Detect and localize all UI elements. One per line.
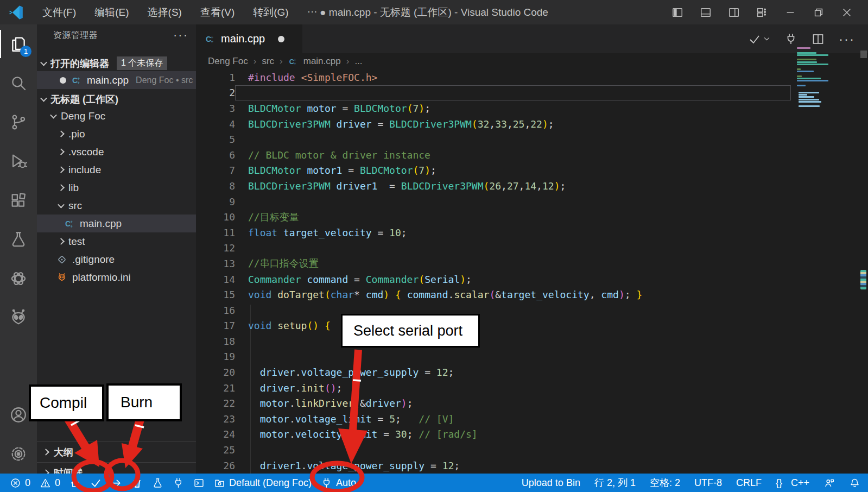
activity-item-chatgpt[interactable]: [0, 259, 37, 298]
layout-panel-icon[interactable]: [700, 7, 712, 18]
code-line-26[interactable]: 26 driver1.voltage_power_supply = 12;: [196, 458, 868, 474]
menu-item-5[interactable]: ···: [307, 5, 318, 20]
statusbar-left-0[interactable]: 0: [40, 477, 60, 489]
layout-sidebar-icon[interactable]: [671, 7, 683, 18]
activity-item-source-control[interactable]: [0, 103, 37, 142]
statusbar-right-bell-icon[interactable]: [849, 477, 860, 489]
tree-item-deng-foc[interactable]: Deng Foc: [37, 107, 196, 125]
menu-item-2[interactable]: 选择(S): [148, 5, 182, 20]
code-line-23[interactable]: 23 motor.voltage_limit = 5; // [V]: [196, 411, 868, 427]
statusbar-left-terminal-icon[interactable]: [193, 477, 205, 489]
code-area[interactable]: 1#include <SimpleFOC.h>23BLDCMotor motor…: [196, 70, 868, 474]
tree-item-src[interactable]: src: [37, 197, 196, 215]
tree-item-include[interactable]: include: [37, 161, 196, 179]
code-line-15[interactable]: 15void doTarget(char* cmd) { command.sca…: [196, 287, 868, 302]
code-line-17[interactable]: 17void setup() {: [196, 318, 868, 334]
minimap[interactable]: [797, 47, 832, 108]
statusbar-right-行-2-列-1[interactable]: 行 2, 列 1: [594, 476, 636, 489]
workspace-section[interactable]: 无标题 (工作区): [37, 91, 196, 107]
statusbar-left-arrow-right-icon[interactable]: [111, 477, 122, 489]
statusbar-right-crlf[interactable]: CRLF: [736, 477, 762, 489]
code-line-2[interactable]: 2: [196, 85, 868, 101]
statusbar-left-home-icon[interactable]: [69, 477, 81, 489]
statusbar-left-trash-icon[interactable]: [131, 477, 143, 489]
statusbar-left-check-icon[interactable]: [90, 477, 102, 489]
menu-item-0[interactable]: 文件(F): [42, 5, 76, 20]
tree-item--vscode[interactable]: .vscode: [37, 143, 196, 161]
chevron-down-icon: [40, 95, 47, 102]
activity-item-settings[interactable]: [0, 434, 37, 474]
breadcrumb-item-0[interactable]: Deng Foc: [208, 56, 248, 67]
line-content: [235, 194, 868, 210]
code-line-10[interactable]: 10//目标变量: [196, 209, 868, 225]
code-line-14[interactable]: 14Commander command = Commander(Serial);: [196, 272, 868, 287]
statusbar-right-c-[interactable]: {}C++: [776, 477, 809, 489]
layout-sidebar-right-icon[interactable]: [728, 7, 740, 18]
explorer-more-icon[interactable]: ···: [173, 28, 188, 42]
code-line-20[interactable]: 20 driver.voltage_power_supply = 12;: [196, 364, 868, 380]
statusbar-right-空格-2[interactable]: 空格: 2: [650, 476, 680, 489]
code-line-18[interactable]: 18: [196, 333, 868, 349]
statusbar-right-utf-8[interactable]: UTF-8: [694, 477, 722, 489]
statusbar-left-plug-icon[interactable]: [173, 477, 184, 489]
code-line-24[interactable]: 24 motor.velocity_limit = 30; // [rad/s]: [196, 427, 868, 443]
code-line-6[interactable]: 6// BLDC motor & driver instance: [196, 147, 868, 163]
menu-item-4[interactable]: 转到(G): [253, 5, 288, 20]
code-line-22[interactable]: 22 motor.linkDriver(&driver);: [196, 395, 868, 411]
tree-item-platformio-ini[interactable]: platformio.ini: [37, 268, 196, 286]
more-actions-icon[interactable]: ···: [839, 31, 855, 47]
statusbar-left-beaker-icon[interactable]: [152, 477, 163, 489]
activity-item-extensions[interactable]: [0, 181, 37, 220]
statusbar-right-feedback-icon[interactable]: [823, 477, 835, 489]
tree-item-main-cpp[interactable]: C++main.cpp: [37, 215, 196, 232]
activity-item-platformio[interactable]: [0, 298, 37, 337]
code-line-25[interactable]: 25: [196, 442, 868, 458]
close-icon[interactable]: [841, 7, 853, 18]
activity-item-run-debug[interactable]: [0, 142, 37, 181]
activity-item-explorer[interactable]: 1: [0, 24, 37, 64]
code-line-19[interactable]: 19: [196, 349, 868, 365]
code-line-7[interactable]: 7BLDCMotor motor1 = BLDCMotor(7);: [196, 163, 868, 179]
tab-main-cpp[interactable]: C++ main.cpp: [196, 24, 302, 53]
activity-item-search[interactable]: [0, 64, 37, 103]
pio-build-check-button[interactable]: [748, 33, 770, 46]
scrollbar-thumb[interactable]: [860, 51, 867, 58]
restore-icon[interactable]: [813, 7, 825, 18]
activity-item-testing[interactable]: [0, 220, 37, 259]
serial-monitor-plug-icon[interactable]: [784, 33, 797, 46]
code-line-16[interactable]: 16: [196, 302, 868, 318]
code-line-11[interactable]: 11float target_velocity = 10;: [196, 225, 868, 241]
statusbar-right-upload-to-bin[interactable]: Upload to Bin: [522, 477, 580, 489]
code-line-3[interactable]: 3BLDCMotor motor = BLDCMotor(7);: [196, 100, 868, 116]
statusbar-left-default-deng-foc-[interactable]: Default (Deng Foc): [214, 477, 312, 489]
tree-item-test[interactable]: test: [37, 232, 196, 250]
menu-item-1[interactable]: 编辑(E): [94, 5, 129, 20]
chevron-right-icon: [58, 238, 65, 245]
code-line-12[interactable]: 12: [196, 241, 868, 256]
code-line-9[interactable]: 9: [196, 194, 868, 210]
code-line-4[interactable]: 4BLDCDriver3PWM driver = BLDCDriver3PWM(…: [196, 116, 868, 132]
minimap-line: [797, 71, 814, 72]
tree-item--gitignore[interactable]: .gitignore: [37, 250, 196, 268]
timeline-section[interactable]: 时间线: [37, 462, 196, 474]
statusbar-left-auto[interactable]: Auto: [321, 477, 356, 489]
layout-grid-icon[interactable]: [756, 7, 768, 18]
split-editor-icon[interactable]: [812, 33, 825, 46]
tree-item--pio[interactable]: .pio: [37, 125, 196, 143]
code-line-13[interactable]: 13//串口指令设置: [196, 256, 868, 272]
statusbar-left-0[interactable]: 0: [10, 477, 30, 489]
code-line-21[interactable]: 21 driver.init();: [196, 380, 868, 396]
code-line-5[interactable]: 5: [196, 131, 868, 147]
code-line-8[interactable]: 8BLDCDriver3PWM driver1 = BLDCDriver3PWM…: [196, 178, 868, 194]
code-line-1[interactable]: 1#include <SimpleFOC.h>: [196, 70, 868, 85]
menu-item-3[interactable]: 查看(V): [200, 5, 235, 20]
open-editors-section[interactable]: 打开的编辑器 1 个未保存: [37, 55, 196, 71]
tree-item-lib[interactable]: lib: [37, 179, 196, 197]
breadcrumb-item-1[interactable]: src: [262, 56, 274, 67]
breadcrumb-separator: ›: [254, 56, 257, 67]
breadcrumb-item-3[interactable]: ...: [354, 56, 362, 67]
outline-section[interactable]: 大纲: [37, 441, 196, 462]
minimize-icon[interactable]: [784, 7, 796, 18]
breadcrumb-item-2[interactable]: main.cpp: [303, 56, 341, 67]
open-editor-main-cpp[interactable]: C++ main.cpp Deng Foc • src: [37, 71, 196, 89]
